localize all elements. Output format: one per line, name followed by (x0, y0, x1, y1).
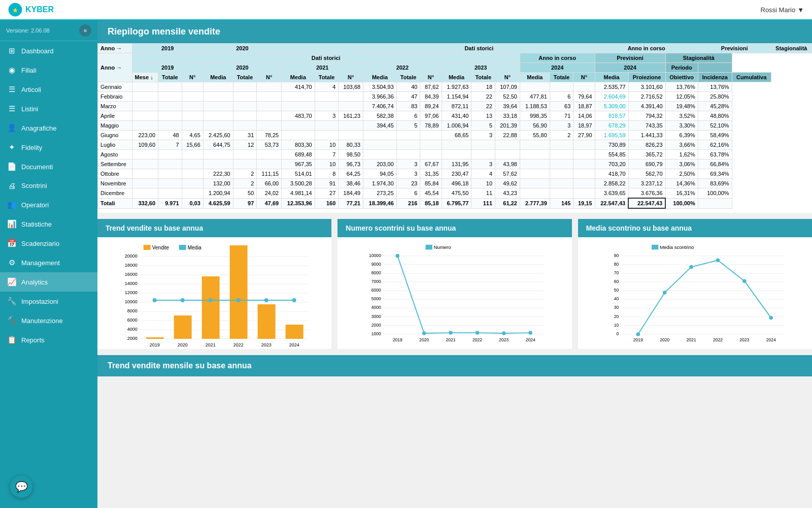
sidebar-label-impostazioni: Impostazioni (21, 298, 58, 305)
svg-text:2019: 2019 (393, 337, 402, 342)
table-row: Settembre 967,351096,73203,00367,67131,9… (98, 160, 812, 169)
svg-text:7000: 7000 (371, 279, 381, 284)
svg-text:9000: 9000 (371, 262, 381, 267)
media-point-1 (153, 298, 157, 302)
sidebar-item-manutenzione[interactable]: 🔨 Manutenzione (0, 311, 97, 330)
sidebar-label-reports: Reports (21, 336, 45, 344)
svg-text:50: 50 (614, 288, 619, 293)
table-row: Febbraio 3.966,364784,391.154,942252,504… (98, 92, 812, 102)
svg-text:16000: 16000 (125, 272, 138, 277)
sidebar-item-management[interactable]: ⚙ Management (0, 253, 97, 272)
bar-2020 (174, 315, 192, 339)
sidebar-item-scontrini[interactable]: 🖨 Scontrini (0, 176, 97, 195)
svg-text:20000: 20000 (125, 253, 138, 259)
table-row: Giugno 223,00484,652.425,603178,2568,653… (98, 131, 812, 140)
svg-text:8000: 8000 (127, 308, 138, 313)
topbar: ⭐ KYBER Rossi Mario ▼ (0, 0, 812, 20)
svg-text:2022: 2022 (233, 342, 244, 347)
sidebar-item-dashboard[interactable]: ⊞ Dashboard (0, 41, 97, 60)
svg-text:60: 60 (614, 279, 619, 284)
table-row: Novembre 132,00266,003.500,289138,461.97… (98, 179, 812, 188)
sidebar-item-statistiche[interactable]: 📊 Statistiche (0, 214, 97, 234)
charts-row: Trend vendite su base annua Vendite Medi… (97, 219, 812, 355)
svg-text:2022: 2022 (472, 337, 482, 342)
table-row: Gennaio 414,704103,683.504,934087,621.92… (98, 82, 812, 92)
sidebar-item-analytics[interactable]: 📈 Analytics (0, 272, 97, 292)
sidebar-label-listini: Listini (21, 105, 38, 113)
sidebar-item-impostazioni[interactable]: 🔧 Impostazioni (0, 292, 97, 311)
svg-text:2024: 2024 (766, 337, 775, 342)
svg-text:12000: 12000 (125, 290, 138, 295)
sidebar-collapse-button[interactable]: « (79, 24, 91, 37)
sidebar: Versione: 2.06.08 « ⊞ Dashboard ◉ Fillal… (0, 20, 97, 508)
svg-text:5000: 5000 (371, 296, 381, 301)
svg-text:10000: 10000 (125, 299, 138, 304)
sidebar-item-operatori[interactable]: 👥 Operatori (0, 195, 97, 214)
chat-button[interactable]: 💬 (10, 475, 32, 498)
sidebar-item-fillali[interactable]: ◉ Fillali (0, 60, 97, 80)
user-chevron-icon: ▼ (797, 6, 804, 14)
sidebar-label-scontrini: Scontrini (21, 182, 47, 189)
svg-text:2021: 2021 (686, 337, 696, 342)
svg-text:70: 70 (614, 270, 619, 275)
svg-text:2019: 2019 (633, 337, 642, 342)
svg-text:10: 10 (614, 323, 619, 328)
sidebar-item-fidelity[interactable]: ✦ Fidelity (0, 138, 97, 157)
num-p5 (502, 331, 506, 335)
sidebar-item-scadenziario[interactable]: 📅 Scadenziario (0, 234, 97, 253)
trend-vendite-svg: Vendite Media 20000 18000 16000 14000 12… (103, 242, 326, 344)
listini-icon: ☰ (7, 104, 16, 113)
logo-text: KYBER (25, 5, 54, 14)
management-icon: ⚙ (7, 258, 16, 267)
svg-text:14000: 14000 (125, 281, 138, 286)
sidebar-label-scadenziario: Scadenziario (21, 240, 59, 247)
sidebar-item-reports[interactable]: 📋 Reports (0, 330, 97, 350)
num-p3 (449, 331, 453, 335)
table-row: Luglio 109,60715,66644,751253,73803,3010… (98, 140, 812, 150)
chart-trend-vendite-content: Vendite Media 20000 18000 16000 14000 12… (97, 237, 331, 349)
media-scontrino-svg: Media scontrino 90 80 70 60 50 40 30 20 … (583, 242, 807, 344)
chart-trend-vendite: Trend vendite su base annua Vendite Medi… (97, 219, 331, 349)
svg-text:2020: 2020 (178, 342, 188, 347)
sidebar-item-listini[interactable]: ☰ Listini (0, 99, 97, 118)
table-row: Maggio 394,45578,891.006,945201,3956,903… (98, 121, 812, 131)
col-anno-corso: Anno in corso (595, 44, 698, 53)
svg-text:30: 30 (614, 305, 619, 310)
sidebar-item-articoli[interactable]: ☰ Articoli (0, 80, 97, 99)
svg-text:0: 0 (616, 331, 619, 336)
content-area: Riepilogo mensile vendite Anno → 2019 20… (97, 20, 812, 508)
statistiche-icon: 📊 (7, 219, 16, 229)
chart-media-scontrino: Media scontrino su base annua Media scon… (578, 219, 812, 349)
svg-text:2022: 2022 (713, 337, 723, 342)
svg-text:2023: 2023 (739, 337, 749, 342)
bar-2019 (146, 337, 164, 339)
sidebar-label-statistiche: Statistiche (21, 220, 52, 228)
th-dati-storici: Dati storici (132, 53, 520, 63)
svg-text:2000: 2000 (127, 336, 138, 341)
operatori-icon: 👥 (7, 200, 16, 209)
sidebar-label-analytics: Analytics (21, 278, 48, 286)
msc-p1 (636, 332, 640, 336)
legend-numero-color (426, 245, 432, 250)
table-row: Aprile 483,703161,23582,38697,06431,4013… (98, 111, 812, 121)
sidebar-item-documenti[interactable]: 📄 Documenti (0, 157, 97, 176)
svg-text:3000: 3000 (371, 314, 381, 319)
svg-text:2020: 2020 (660, 337, 669, 342)
media-point-5 (264, 298, 268, 302)
user-menu[interactable]: Rossi Mario ▼ (761, 6, 804, 14)
chart-numero-scontrini-content: Numero 10000 9000 8000 7000 6000 5000 40… (337, 237, 571, 349)
sidebar-label-manutenzione: Manutenzione (21, 317, 63, 325)
anagrafiche-icon: 👤 (7, 123, 16, 133)
table-row: Dicembre 1.200,945024,024.981,1427184,49… (98, 188, 812, 199)
sidebar-item-anagrafiche[interactable]: 👤 Anagrafiche (0, 118, 97, 138)
th-previsioni: Previsioni (595, 53, 665, 63)
msc-p4 (716, 258, 720, 262)
num-p2 (422, 331, 426, 335)
msc-p6 (769, 316, 773, 320)
chart-media-scontrino-content: Media scontrino 90 80 70 60 50 40 30 20 … (578, 237, 812, 349)
main-layout: Versione: 2.06.08 « ⊞ Dashboard ◉ Fillal… (0, 20, 812, 508)
bar-2021 (202, 276, 220, 339)
chart-numero-scontrini: Numero scontrini su base annua Numero 10… (337, 219, 571, 349)
svg-text:18000: 18000 (125, 263, 138, 268)
svg-text:40: 40 (614, 296, 619, 301)
